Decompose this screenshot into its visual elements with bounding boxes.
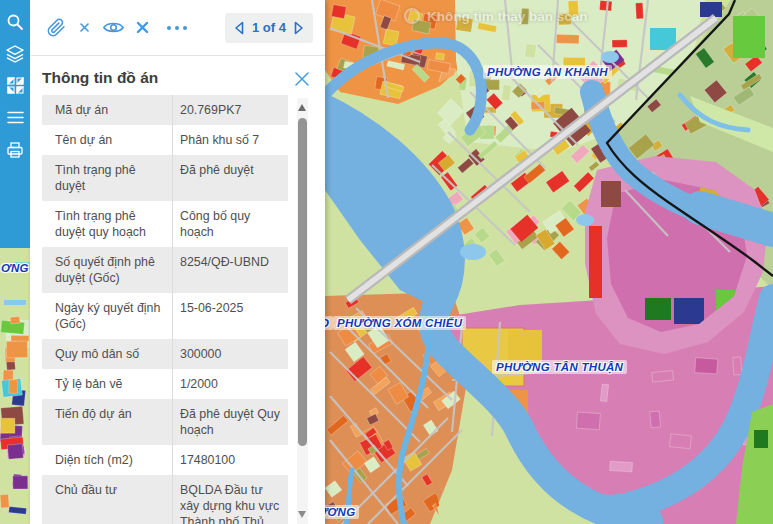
row-value: Công bố quy hoạch bbox=[172, 201, 288, 247]
toast-text: Không tìm thấy bản scan bbox=[427, 9, 588, 24]
panel-title: Thông tin đồ án bbox=[42, 69, 158, 87]
next-feature-icon[interactable] bbox=[294, 21, 304, 35]
close-icon[interactable] bbox=[294, 71, 310, 87]
row-value: BQLDA Đầu tư xây dựng khu vực Thành phố … bbox=[172, 475, 288, 524]
table-row: Tỷ lệ bản vẽ 1/2000 bbox=[42, 369, 288, 399]
row-label: Số quyết định phê duyệt (Gốc) bbox=[42, 247, 172, 293]
map-label-phuong-xom-chieu: PHƯỜNG XÓM CHIẾU bbox=[333, 316, 466, 330]
panel-header: Thông tin đồ án bbox=[30, 56, 325, 96]
row-label: Tình trạng phê duyệt quy hoạch bbox=[42, 201, 172, 247]
table-row: Chủ đầu tư BQLDA Đầu tư xây dựng khu vực… bbox=[42, 475, 288, 524]
attachment-icon[interactable] bbox=[47, 18, 66, 37]
table-row: Mã dự án 20.769PK7 bbox=[42, 95, 288, 125]
row-value: 17480100 bbox=[172, 445, 288, 475]
search-icon[interactable] bbox=[6, 12, 25, 31]
row-label: Tỷ lệ bản vẽ bbox=[42, 369, 172, 399]
row-label: Quy mô dân số bbox=[42, 339, 172, 369]
eye-icon[interactable] bbox=[103, 20, 124, 35]
row-label: Chủ đầu tư bbox=[42, 475, 172, 524]
scroll-down-arrow-icon[interactable] bbox=[298, 511, 306, 518]
table-row: Diện tích (m2) 17480100 bbox=[42, 445, 288, 475]
row-value: Đã phê duyệt bbox=[172, 155, 288, 201]
table-row: Quy mô dân số 300000 bbox=[42, 339, 288, 369]
row-value: Phân khu số 7 bbox=[172, 125, 288, 155]
previous-feature-icon[interactable] bbox=[234, 21, 244, 35]
row-label: Mã dự án bbox=[42, 95, 172, 125]
row-label: Tiến độ dự án bbox=[42, 399, 172, 445]
row-label: Diện tích (m2) bbox=[42, 445, 172, 475]
map-label-phuong-an-khanh: PHƯỜNG AN KHÁNH bbox=[483, 65, 612, 79]
row-label: Ngày ký quyết định (Gốc) bbox=[42, 293, 172, 339]
row-value: 15-06-2025 bbox=[172, 293, 288, 339]
table-row: Tiến độ dự án Đã phê duyệt Quy hoạch bbox=[42, 399, 288, 445]
menu-icon[interactable] bbox=[6, 108, 25, 127]
tool-sidebar bbox=[0, 0, 30, 248]
row-label: Tình trạng phê duyệt bbox=[42, 155, 172, 201]
layers-icon[interactable] bbox=[6, 44, 25, 63]
table-row: Số quyết định phê duyệt (Gốc) 8254/QĐ-UB… bbox=[42, 247, 288, 293]
row-value: 20.769PK7 bbox=[172, 95, 288, 125]
scroll-up-arrow-icon[interactable] bbox=[298, 104, 306, 111]
toast-message: Không tìm thấy bản scan bbox=[404, 8, 588, 24]
table-row: Ngày ký quyết định (Gốc) 15-06-2025 bbox=[42, 293, 288, 339]
table-scrollbar[interactable] bbox=[297, 98, 308, 524]
table-row: Tình trạng phê duyệt Đã phê duyệt bbox=[42, 155, 288, 201]
row-value: 1/2000 bbox=[172, 369, 288, 399]
table-row: Tình trạng phê duyệt quy hoạch Công bố q… bbox=[42, 201, 288, 247]
attribute-table: Mã dự án 20.769PK7 Tên dự án Phân khu số… bbox=[42, 95, 288, 524]
row-value: 8254/QĐ-UBND bbox=[172, 247, 288, 293]
legend-icon[interactable] bbox=[6, 76, 25, 95]
scrollbar-thumb[interactable] bbox=[298, 118, 307, 446]
more-options-icon[interactable] bbox=[166, 25, 188, 31]
pager-text: 1 of 4 bbox=[252, 20, 286, 35]
table-row: Tên dự án Phân khu số 7 bbox=[42, 125, 288, 155]
remove-icon[interactable] bbox=[136, 21, 149, 34]
app-window: PHƯỜNG AN KHÁNH PHƯỜNG XÓM CHIẾU PHƯỜNG … bbox=[0, 0, 773, 524]
info-panel: 1 of 4 Thông tin đồ án Mã dự án 20.769PK… bbox=[30, 0, 325, 524]
row-value: Đã phê duyệt Quy hoạch bbox=[172, 399, 288, 445]
print-icon[interactable] bbox=[6, 140, 25, 159]
row-value: 300000 bbox=[172, 339, 288, 369]
map-label-phuong-tan-thuan: PHƯỜNG TÂN THUẬN bbox=[492, 360, 627, 374]
feature-pager: 1 of 4 bbox=[225, 13, 313, 43]
row-label: Tên dự án bbox=[42, 125, 172, 155]
popup-toolbar: 1 of 4 bbox=[30, 0, 325, 56]
clipped-x-icon[interactable] bbox=[79, 21, 90, 34]
not-found-icon bbox=[404, 8, 420, 24]
